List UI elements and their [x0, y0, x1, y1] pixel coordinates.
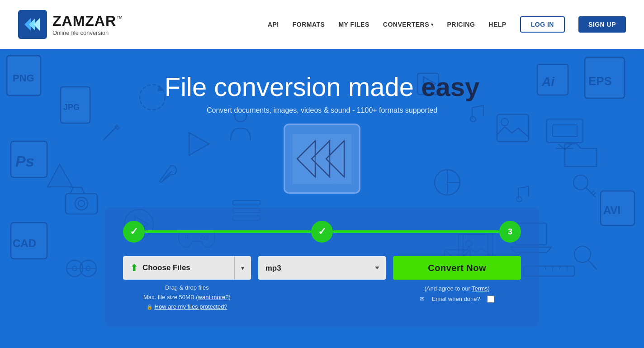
svg-line-45: [588, 260, 597, 270]
svg-rect-20: [66, 194, 97, 214]
svg-rect-7: [11, 141, 47, 177]
choose-files-button[interactable]: ⬆ Choose Files ▾: [123, 256, 251, 280]
eps-icon: EPS: [583, 56, 630, 105]
nav-api[interactable]: API: [268, 21, 279, 28]
svg-point-55: [86, 266, 90, 271]
svg-marker-31: [189, 133, 209, 155]
triangle-icon: [45, 162, 75, 193]
svg-point-22: [78, 200, 85, 207]
drag-drop-text: Drag & drop files: [143, 283, 231, 293]
email-checkbox[interactable]: [487, 296, 494, 303]
step-line-1: [145, 230, 311, 233]
svg-line-19: [103, 138, 106, 140]
nav-converters[interactable]: CONVERTERS ▾: [383, 21, 434, 28]
camera-icon: [63, 185, 99, 218]
svg-point-29: [140, 85, 165, 110]
nav-myfiles[interactable]: MY FILES: [338, 21, 369, 28]
email-icon: ✉: [420, 294, 425, 304]
hero-section: PNG JPG Ps CAD E: [0, 49, 644, 348]
converters-chevron-icon: ▾: [431, 22, 434, 27]
wrench-icon: [158, 162, 181, 186]
png-icon: PNG: [5, 53, 50, 100]
music-note-icon: [465, 103, 486, 128]
nav-pricing[interactable]: PRICING: [447, 21, 475, 28]
navbar: ZAMZAR™ Online file conversion API FORMA…: [0, 0, 644, 49]
svg-text:EPS: EPS: [588, 74, 612, 88]
avi-icon: AVI: [599, 189, 639, 232]
hero-title: File conversion made easy: [165, 72, 479, 102]
convert-now-button[interactable]: Convert Now: [393, 256, 521, 280]
step3-label: 3: [508, 227, 512, 237]
file-protection-text: 🔒 How are my files protected?: [143, 302, 231, 312]
step-1: ✓: [123, 221, 145, 243]
logo-text: ZAMZAR™ Online file conversion: [52, 13, 123, 36]
svg-rect-23: [497, 114, 529, 142]
svg-rect-11: [585, 57, 625, 98]
logo-icon: [18, 10, 47, 39]
choose-info: Drag & drop files Max. file size 50MB (w…: [143, 283, 231, 311]
nav-formats[interactable]: FORMATS: [293, 21, 325, 28]
jpg-icon: JPG: [59, 85, 97, 130]
hero-subtitle: Convert documents, images, videos & soun…: [207, 106, 437, 114]
logo[interactable]: ZAMZAR™ Online file conversion: [18, 10, 123, 39]
svg-rect-5: [61, 87, 90, 123]
center-logo: [284, 124, 360, 194]
format-select[interactable]: mp3 mp4 pdf jpg png docx wav avi: [258, 256, 386, 280]
email-when-done-label: Email when done?: [432, 294, 480, 304]
file-protection-link[interactable]: How are my files protected?: [155, 303, 227, 310]
film-icon: [63, 257, 99, 288]
ai-icon: Ai: [535, 62, 572, 100]
terms-link[interactable]: Terms: [472, 285, 488, 292]
svg-marker-18: [115, 125, 119, 129]
svg-rect-15: [601, 191, 635, 225]
image-icon: [495, 112, 531, 146]
music-note2-icon: [513, 185, 531, 207]
svg-point-32: [435, 170, 460, 195]
svg-rect-46: [547, 119, 583, 143]
center-logo-box: [284, 124, 360, 194]
svg-text:PNG: PNG: [13, 72, 34, 84]
svg-point-44: [574, 246, 591, 262]
nav-help[interactable]: HELP: [488, 21, 506, 28]
step-line-2: [333, 230, 499, 233]
brand-tagline: Online file conversion: [52, 29, 123, 36]
pencil-icon: [99, 121, 122, 146]
choose-files-wrap: ⬆ Choose Files ▾ Drag & drop files Max. …: [123, 256, 251, 311]
max-size-text: Max. file size 50MB (want more?): [143, 293, 231, 302]
svg-point-52: [66, 260, 83, 276]
nav-links: API FORMATS MY FILES CONVERTERS ▾ PRICIN…: [268, 16, 626, 33]
svg-text:JPG: JPG: [63, 103, 80, 112]
steps-row: ✓ ✓ 3: [123, 221, 521, 243]
svg-rect-48: [553, 125, 577, 137]
want-more-link[interactable]: want more?: [198, 294, 229, 300]
brand-name: ZAMZAR™: [52, 13, 123, 29]
convert-wrap: Convert Now (And agree to our Terms) ✉ E…: [393, 256, 521, 305]
ps-icon: Ps: [9, 139, 52, 184]
login-button[interactable]: LOG IN: [520, 16, 565, 33]
svg-text:Ai: Ai: [541, 75, 555, 89]
svg-point-21: [75, 197, 88, 210]
upload-icon: ⬆: [130, 262, 138, 273]
pie-chart-icon: [431, 167, 463, 200]
svg-rect-9: [11, 223, 47, 259]
choose-files-dropdown-icon[interactable]: ▾: [235, 264, 251, 272]
key-icon: [569, 171, 599, 202]
lock-icon: 🔒: [147, 304, 153, 310]
choose-files-label: Choose Files: [142, 263, 190, 272]
svg-text:AVI: AVI: [603, 204, 620, 216]
step-2: ✓: [311, 221, 333, 243]
signup-button[interactable]: SIGN UP: [578, 16, 626, 33]
svg-text:Ps: Ps: [15, 153, 34, 170]
svg-rect-13: [537, 64, 568, 95]
magnifier-icon: [572, 243, 599, 275]
step1-check-icon: ✓: [130, 226, 138, 238]
play-triangle-icon: [185, 130, 213, 159]
svg-point-54: [80, 260, 96, 276]
choose-files-main: ⬆ Choose Files: [123, 262, 234, 273]
format-select-wrap: mp3 mp4 pdf jpg png docx wav avi: [258, 256, 386, 280]
svg-rect-3: [7, 56, 41, 95]
agree-text: (And agree to our Terms): [420, 283, 494, 294]
email-row: ✉ Email when done?: [420, 294, 494, 304]
svg-marker-30: [157, 85, 164, 91]
controls-row: ⬆ Choose Files ▾ Drag & drop files Max. …: [123, 256, 521, 311]
